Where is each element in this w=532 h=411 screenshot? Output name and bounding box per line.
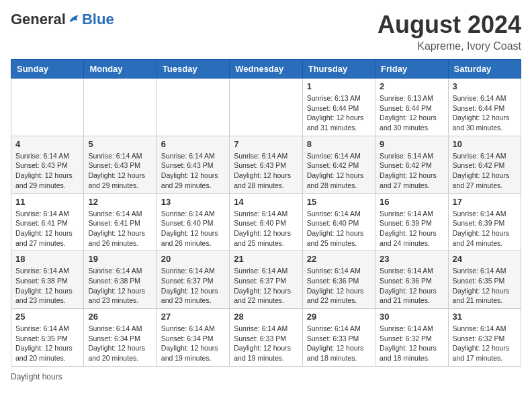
day-info: Sunrise: 6:14 AMSunset: 6:40 PMDaylight:…	[234, 209, 298, 248]
calendar-cell: 9Sunrise: 6:14 AMSunset: 6:42 PMDaylight…	[375, 136, 448, 193]
day-info: Sunrise: 6:14 AMSunset: 6:32 PMDaylight:…	[380, 324, 443, 363]
day-info: Sunrise: 6:14 AMSunset: 6:43 PMDaylight:…	[234, 151, 298, 191]
calendar-cell: 23Sunrise: 6:14 AMSunset: 6:36 PMDayligh…	[375, 251, 448, 309]
calendar-cell: 30Sunrise: 6:14 AMSunset: 6:32 PMDayligh…	[375, 309, 448, 367]
calendar-cell: 16Sunrise: 6:14 AMSunset: 6:39 PMDayligh…	[375, 193, 448, 251]
day-info: Sunrise: 6:14 AMSunset: 6:33 PMDaylight:…	[234, 324, 298, 363]
day-number: 11	[15, 197, 79, 207]
day-info: Sunrise: 6:14 AMSunset: 6:39 PMDaylight:…	[380, 209, 443, 248]
day-number: 14	[234, 197, 298, 207]
logo-general: General	[11, 11, 66, 28]
calendar-day-header: Thursday	[302, 60, 375, 79]
title-block: August 2024 Kapreme, Ivory Coast	[378, 11, 521, 52]
day-number: 25	[15, 312, 79, 322]
day-number: 2	[380, 81, 443, 91]
calendar-cell: 10Sunrise: 6:14 AMSunset: 6:42 PMDayligh…	[448, 136, 521, 193]
logo: General Blue	[11, 11, 114, 28]
day-number: 12	[88, 197, 152, 207]
calendar-table: SundayMondayTuesdayWednesdayThursdayFrid…	[11, 59, 521, 367]
day-info: Sunrise: 6:14 AMSunset: 6:42 PMDaylight:…	[307, 151, 371, 191]
calendar-day-header: Friday	[375, 60, 448, 79]
calendar-cell	[230, 79, 302, 136]
day-number: 27	[161, 312, 225, 322]
calendar-cell: 6Sunrise: 6:14 AMSunset: 6:43 PMDaylight…	[157, 136, 229, 193]
calendar-cell: 18Sunrise: 6:14 AMSunset: 6:38 PMDayligh…	[11, 251, 84, 309]
day-info: Sunrise: 6:14 AMSunset: 6:41 PMDaylight:…	[15, 209, 79, 248]
calendar-cell	[84, 79, 157, 136]
calendar-cell: 26Sunrise: 6:14 AMSunset: 6:34 PMDayligh…	[84, 309, 157, 367]
day-info: Sunrise: 6:14 AMSunset: 6:43 PMDaylight:…	[88, 151, 152, 191]
calendar-cell: 29Sunrise: 6:14 AMSunset: 6:33 PMDayligh…	[302, 309, 375, 367]
calendar-cell: 17Sunrise: 6:14 AMSunset: 6:39 PMDayligh…	[448, 193, 521, 251]
day-info: Sunrise: 6:14 AMSunset: 6:38 PMDaylight:…	[88, 266, 152, 306]
day-number: 22	[307, 254, 371, 264]
calendar-cell: 25Sunrise: 6:14 AMSunset: 6:35 PMDayligh…	[11, 309, 84, 367]
calendar-cell	[157, 79, 229, 136]
calendar-cell: 24Sunrise: 6:14 AMSunset: 6:35 PMDayligh…	[448, 251, 521, 309]
day-info: Sunrise: 6:14 AMSunset: 6:34 PMDaylight:…	[161, 324, 225, 363]
day-number: 19	[88, 254, 152, 264]
calendar-cell: 12Sunrise: 6:14 AMSunset: 6:41 PMDayligh…	[84, 193, 157, 251]
day-info: Sunrise: 6:14 AMSunset: 6:41 PMDaylight:…	[88, 209, 152, 248]
calendar-cell: 20Sunrise: 6:14 AMSunset: 6:37 PMDayligh…	[157, 251, 229, 309]
day-info: Sunrise: 6:14 AMSunset: 6:43 PMDaylight:…	[161, 151, 225, 191]
day-number: 23	[380, 254, 443, 264]
day-info: Sunrise: 6:13 AMSunset: 6:44 PMDaylight:…	[307, 93, 371, 133]
calendar-cell: 3Sunrise: 6:14 AMSunset: 6:44 PMDaylight…	[448, 79, 521, 136]
day-number: 21	[234, 254, 298, 264]
calendar-cell: 4Sunrise: 6:14 AMSunset: 6:43 PMDaylight…	[11, 136, 84, 193]
calendar-cell: 11Sunrise: 6:14 AMSunset: 6:41 PMDayligh…	[11, 193, 84, 251]
day-number: 28	[234, 312, 298, 322]
calendar-week-row: 4Sunrise: 6:14 AMSunset: 6:43 PMDaylight…	[11, 136, 521, 193]
calendar-cell: 5Sunrise: 6:14 AMSunset: 6:43 PMDaylight…	[84, 136, 157, 193]
logo-blue: Blue	[82, 11, 114, 28]
calendar-day-header: Tuesday	[157, 60, 229, 79]
calendar-week-row: 11Sunrise: 6:14 AMSunset: 6:41 PMDayligh…	[11, 193, 521, 251]
location-subtitle: Kapreme, Ivory Coast	[378, 40, 521, 52]
day-number: 30	[380, 312, 443, 322]
day-info: Sunrise: 6:14 AMSunset: 6:42 PMDaylight:…	[380, 151, 443, 191]
calendar-cell: 22Sunrise: 6:14 AMSunset: 6:36 PMDayligh…	[302, 251, 375, 309]
day-info: Sunrise: 6:14 AMSunset: 6:43 PMDaylight:…	[15, 151, 79, 191]
calendar-day-header: Sunday	[11, 60, 84, 79]
calendar-cell: 1Sunrise: 6:13 AMSunset: 6:44 PMDaylight…	[302, 79, 375, 136]
day-number: 13	[161, 197, 225, 207]
bird-icon	[67, 13, 81, 26]
day-info: Sunrise: 6:14 AMSunset: 6:34 PMDaylight:…	[88, 324, 152, 363]
calendar-header-row: SundayMondayTuesdayWednesdayThursdayFrid…	[11, 60, 521, 79]
day-number: 6	[161, 139, 225, 149]
day-number: 16	[380, 197, 443, 207]
calendar-cell	[11, 79, 84, 136]
day-number: 9	[380, 139, 443, 149]
day-number: 18	[15, 254, 79, 264]
day-info: Sunrise: 6:14 AMSunset: 6:38 PMDaylight:…	[15, 266, 79, 306]
day-number: 24	[453, 254, 517, 264]
day-info: Sunrise: 6:14 AMSunset: 6:32 PMDaylight:…	[453, 324, 517, 363]
calendar-cell: 15Sunrise: 6:14 AMSunset: 6:40 PMDayligh…	[302, 193, 375, 251]
day-number: 29	[307, 312, 371, 322]
calendar-cell: 13Sunrise: 6:14 AMSunset: 6:40 PMDayligh…	[157, 193, 229, 251]
day-number: 7	[234, 139, 298, 149]
calendar-cell: 8Sunrise: 6:14 AMSunset: 6:42 PMDaylight…	[302, 136, 375, 193]
day-info: Sunrise: 6:14 AMSunset: 6:40 PMDaylight:…	[161, 209, 225, 248]
day-number: 31	[453, 312, 517, 322]
calendar-week-row: 25Sunrise: 6:14 AMSunset: 6:35 PMDayligh…	[11, 309, 521, 367]
calendar-week-row: 1Sunrise: 6:13 AMSunset: 6:44 PMDaylight…	[11, 79, 521, 136]
day-info: Sunrise: 6:14 AMSunset: 6:39 PMDaylight:…	[453, 209, 517, 248]
daylight-hours-label: Daylight hours	[11, 372, 62, 381]
calendar-cell: 2Sunrise: 6:13 AMSunset: 6:44 PMDaylight…	[375, 79, 448, 136]
day-info: Sunrise: 6:14 AMSunset: 6:37 PMDaylight:…	[161, 266, 225, 306]
calendar-cell: 19Sunrise: 6:14 AMSunset: 6:38 PMDayligh…	[84, 251, 157, 309]
calendar-day-header: Wednesday	[230, 60, 302, 79]
calendar-day-header: Saturday	[448, 60, 521, 79]
day-info: Sunrise: 6:14 AMSunset: 6:35 PMDaylight:…	[15, 324, 79, 363]
day-info: Sunrise: 6:14 AMSunset: 6:44 PMDaylight:…	[453, 93, 517, 133]
day-number: 15	[307, 197, 371, 207]
day-number: 26	[88, 312, 152, 322]
calendar-cell: 7Sunrise: 6:14 AMSunset: 6:43 PMDaylight…	[230, 136, 302, 193]
calendar-cell: 27Sunrise: 6:14 AMSunset: 6:34 PMDayligh…	[157, 309, 229, 367]
day-info: Sunrise: 6:14 AMSunset: 6:37 PMDaylight:…	[234, 266, 298, 306]
day-number: 8	[307, 139, 371, 149]
day-info: Sunrise: 6:14 AMSunset: 6:40 PMDaylight:…	[307, 209, 371, 248]
day-info: Sunrise: 6:13 AMSunset: 6:44 PMDaylight:…	[380, 93, 443, 133]
